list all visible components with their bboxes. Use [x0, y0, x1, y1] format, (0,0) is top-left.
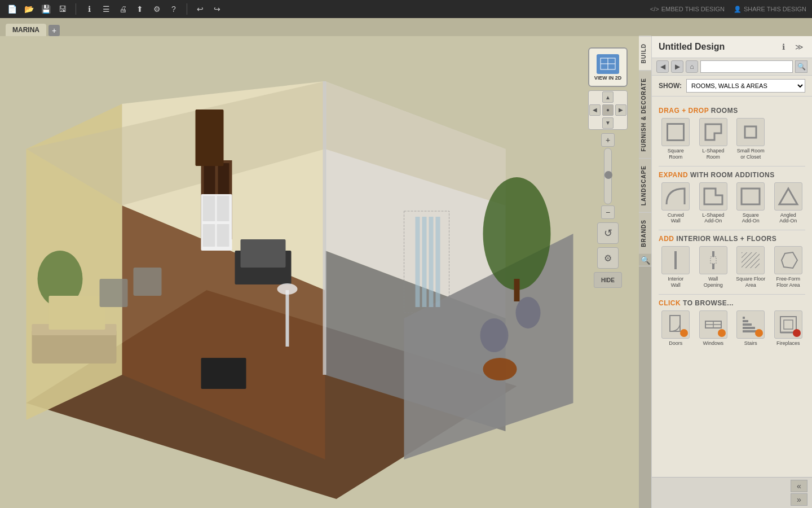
divider2	[659, 230, 805, 230]
show-select[interactable]: ROOMS, WALLS & AREAS	[686, 79, 805, 93]
angled-addon-item[interactable]: AngledAdd-On	[771, 182, 806, 225]
expand-header: EXPAND WITH ROOM ADDITIONS	[659, 171, 805, 179]
divider1	[659, 166, 805, 167]
wall-opening-item[interactable]: WallOpening	[696, 246, 731, 288]
svg-rect-30	[203, 196, 215, 221]
save-as-icon[interactable]: 🖫	[56, 3, 69, 15]
panel-search-input[interactable]	[700, 60, 793, 73]
redo-icon[interactable]: ↪	[211, 3, 223, 15]
svg-rect-35	[422, 217, 427, 307]
code-icon: </>	[650, 6, 659, 12]
search-panel-icon[interactable]: 🔍	[639, 254, 651, 266]
svg-rect-33	[217, 224, 230, 247]
interior-wall-item[interactable]: InteriorWall	[659, 246, 693, 288]
fireplaces-item[interactable]: Fireplaces	[771, 310, 806, 347]
share-icon: 👤	[734, 6, 742, 13]
svg-rect-48	[710, 257, 716, 264]
svg-rect-8	[323, 81, 326, 375]
l-shaped-addon-item[interactable]: L-ShapedAdd-On	[696, 182, 731, 225]
svg-rect-43	[745, 126, 756, 138]
svg-rect-47	[712, 264, 714, 269]
settings-icon[interactable]: ⚙	[151, 3, 163, 15]
l-shaped-room-item[interactable]: L-ShapedRoom	[696, 118, 731, 160]
small-room-item[interactable]: Small Roomor Closet	[734, 118, 768, 160]
panel-collapse-down-button[interactable]: »	[791, 493, 807, 506]
zoom-track[interactable]	[604, 148, 612, 204]
panel-info-button[interactable]: ℹ	[777, 41, 789, 53]
nav-right-button[interactable]: ▶	[615, 104, 626, 116]
panel-back-button[interactable]: ◀	[656, 60, 669, 73]
curved-wall-icon	[661, 182, 690, 211]
help-icon[interactable]: ?	[167, 3, 180, 15]
square-addon-icon	[736, 182, 765, 211]
square-floor-item[interactable]: Square FloorArea	[734, 246, 768, 288]
svg-rect-26	[201, 358, 246, 389]
freeform-floor-icon	[774, 246, 802, 274]
panel-content: DRAG + DROP ROOMS SquareRoom L-S	[652, 97, 812, 477]
panel-forward-button[interactable]: ▶	[671, 60, 683, 73]
svg-rect-45	[674, 251, 677, 269]
export-icon[interactable]: ⬆	[134, 3, 146, 15]
zoom-in-button[interactable]: +	[601, 133, 615, 147]
stairs-icon	[736, 310, 765, 339]
save-icon[interactable]: 💾	[39, 3, 52, 15]
panel-home-button[interactable]: ⌂	[686, 60, 698, 73]
nav-cluster: ▲ ◀ ● ▶ ▼	[588, 90, 628, 130]
svg-point-19	[483, 358, 517, 380]
hide-button[interactable]: HIDE	[594, 272, 622, 288]
settings-gear-icon[interactable]: ⚙	[597, 247, 619, 269]
small-room-icon	[736, 118, 765, 146]
panel-collapse-button[interactable]: ≫	[793, 41, 805, 53]
zoom-out-button[interactable]: −	[601, 205, 615, 219]
zoom-cluster: + −	[601, 133, 615, 219]
svg-rect-46	[712, 251, 714, 257]
nav-center-button[interactable]: ●	[602, 104, 614, 116]
tabbar: MARINA +	[0, 18, 812, 36]
add-tab-button[interactable]: +	[48, 25, 60, 36]
show-row: SHOW: ROOMS, WALLS & AREAS	[652, 76, 812, 97]
svg-rect-51	[670, 316, 680, 331]
panel-nav: ◀ ▶ ⌂ 🔍	[652, 58, 812, 76]
windows-icon	[699, 310, 727, 339]
embed-button[interactable]: </> EMBED THIS DESIGN	[650, 6, 725, 12]
new-file-icon[interactable]: 📄	[6, 3, 18, 15]
freeform-floor-item[interactable]: Free-FormFloor Area	[771, 246, 806, 288]
zoom-handle[interactable]	[604, 171, 612, 179]
canvas-area[interactable]: VIEW IN 2D ▲ ◀ ● ▶ ▼ + −	[0, 36, 639, 508]
list-icon[interactable]: ☰	[100, 3, 112, 15]
curved-wall-item[interactable]: CurvedWall	[659, 182, 693, 225]
marina-tab[interactable]: MARINA	[6, 24, 46, 36]
l-shaped-room-icon	[699, 118, 727, 146]
info-icon[interactable]: ℹ	[83, 3, 95, 15]
print-icon[interactable]: 🖨	[117, 3, 129, 15]
side-tab-build[interactable]: BUILD	[639, 36, 651, 71]
square-floor-icon	[736, 246, 765, 274]
divider3	[659, 294, 805, 295]
reset-view-button[interactable]: ↺	[597, 222, 619, 244]
side-tab-furnish[interactable]: FURNISH & DECORATE	[639, 71, 651, 159]
nav-left-button[interactable]: ◀	[589, 104, 601, 116]
view2d-button[interactable]: VIEW IN 2D	[588, 47, 628, 87]
square-addon-item[interactable]: SquareAdd-On	[734, 182, 768, 225]
2d-blueprint-icon	[597, 54, 619, 74]
undo-icon[interactable]: ↩	[194, 3, 206, 15]
nav-up-button[interactable]: ▲	[602, 91, 614, 103]
panel-search-button[interactable]: 🔍	[795, 60, 807, 73]
svg-rect-13	[218, 163, 230, 197]
svg-rect-62	[784, 320, 793, 329]
windows-item[interactable]: Windows	[696, 310, 731, 347]
drag-drop-header: DRAG + DROP ROOMS	[659, 107, 805, 115]
share-button[interactable]: 👤 SHARE THIS DESIGN	[734, 6, 806, 13]
nav-down-button[interactable]: ▼	[602, 117, 614, 129]
panel-collapse-up-button[interactable]: «	[791, 480, 807, 492]
sep1	[76, 3, 76, 15]
side-tab-landscape[interactable]: LANDSCAPE	[639, 158, 651, 212]
svg-rect-37	[436, 217, 440, 307]
open-file-icon[interactable]: 📂	[23, 3, 35, 15]
stairs-item[interactable]: Stairs	[734, 310, 768, 347]
doors-item[interactable]: Doors	[659, 310, 693, 347]
walls-grid: InteriorWall WallOpening	[659, 246, 805, 288]
square-room-item[interactable]: SquareRoom	[659, 118, 693, 160]
side-tab-brands[interactable]: BRANDS	[639, 212, 651, 254]
svg-rect-28	[134, 268, 162, 296]
